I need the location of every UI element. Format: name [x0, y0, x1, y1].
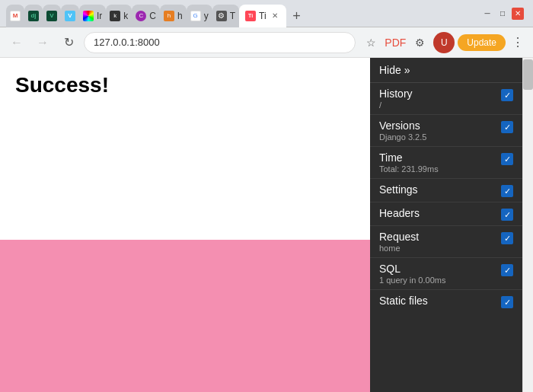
toolbar-icons: ☆ PDF ⚙ U Update ⋮ — [360, 32, 527, 53]
debug-item-headers[interactable]: Headers — [370, 202, 522, 226]
tab-label-c: C — [149, 11, 156, 21]
favicon-dj1: dj — [28, 11, 39, 21]
debug-checkbox-settings[interactable] — [501, 185, 513, 197]
browser-content: Success! Hide » History / Versions Djang… — [0, 58, 533, 392]
debug-label-staticfiles: Static files — [379, 295, 501, 307]
debug-item-staticfiles[interactable]: Static files — [370, 290, 522, 313]
title-bar: M dj V V Ir k k C C h h G y — [0, 0, 533, 27]
address-input[interactable] — [84, 32, 356, 53]
tab-label-h: h — [177, 11, 183, 21]
tab-k[interactable]: k k — [106, 5, 132, 27]
debug-item-staticfiles-content: Static files — [379, 295, 501, 307]
debug-checkbox-request[interactable] — [501, 232, 513, 244]
browser-menu-button[interactable]: ⋮ — [509, 32, 527, 53]
tab-v1[interactable]: V — [43, 5, 61, 27]
debug-sub-versions: Django 3.2.5 — [379, 132, 501, 142]
page-background — [0, 240, 370, 392]
favicon-settings: ⚙ — [216, 11, 227, 21]
debug-checkbox-time[interactable] — [501, 153, 513, 165]
debug-checkbox-versions[interactable] — [501, 121, 513, 133]
debug-sub-request: home — [379, 244, 501, 253]
page-content: Success! — [0, 58, 370, 392]
maximize-button[interactable]: □ — [496, 8, 509, 20]
debug-item-versions-content: Versions Django 3.2.5 — [379, 120, 501, 142]
tab-dj1[interactable]: dj — [24, 5, 43, 27]
debug-checkbox-staticfiles[interactable] — [501, 296, 513, 308]
debug-item-headers-content: Headers — [379, 207, 501, 220]
debug-item-history-content: History / — [379, 88, 501, 110]
forward-button[interactable]: → — [32, 32, 53, 53]
favicon-v2: V — [65, 11, 75, 21]
debug-item-versions[interactable]: Versions Django 3.2.5 — [370, 115, 522, 147]
tab-settings[interactable]: ⚙ T — [212, 5, 239, 27]
tab-label-g: y — [204, 11, 209, 21]
reload-button[interactable]: ↻ — [58, 32, 79, 53]
debug-item-history[interactable]: History / — [370, 83, 522, 115]
back-button[interactable]: ← — [6, 32, 27, 53]
bookmark-icon[interactable]: ☆ — [360, 32, 381, 53]
favicon-k: k — [110, 11, 120, 21]
close-button[interactable]: ✕ — [512, 8, 524, 20]
debug-sub-time: Total: 231.99ms — [379, 164, 501, 174]
window-controls: ─ □ ✕ — [481, 8, 524, 20]
tab-colorful[interactable]: Ir — [79, 5, 106, 27]
address-bar: ← → ↻ ☆ PDF ⚙ U Update ⋮ — [0, 27, 533, 58]
pdf-icon[interactable]: PDF — [385, 32, 406, 53]
debug-label-headers: Headers — [379, 207, 501, 219]
debug-sub-sql: 1 query in 0.00ms — [379, 276, 501, 285]
tab-label-settings: T — [230, 11, 235, 21]
avatar-icon[interactable]: U — [433, 32, 455, 53]
tab-v2[interactable]: V — [61, 5, 79, 27]
debug-label-versions: Versions — [379, 120, 501, 132]
debug-checkbox-history[interactable] — [501, 89, 513, 101]
debug-item-settings-content: Settings — [379, 183, 501, 196]
debug-item-sql[interactable]: SQL 1 query in 0.00ms — [370, 258, 522, 290]
hide-toolbar-button[interactable]: Hide » — [370, 58, 522, 83]
favicon-v1: V — [46, 11, 57, 21]
debug-label-history: History — [379, 88, 501, 100]
favicon-ti: Ti — [245, 11, 256, 21]
debug-checkbox-headers[interactable] — [501, 209, 513, 221]
debug-item-time-content: Time Total: 231.99ms — [379, 151, 501, 174]
tab-h[interactable]: h h — [160, 5, 187, 27]
favicon-colorful — [83, 11, 94, 21]
update-button[interactable]: Update — [458, 34, 506, 51]
favicon-h: h — [164, 11, 174, 21]
debug-label-sql: SQL — [379, 263, 501, 275]
tab-close-icon[interactable]: ✕ — [270, 11, 280, 21]
tabs-row: M dj V V Ir k k C C h h G y — [6, 0, 478, 27]
tab-gmail[interactable]: M — [6, 5, 24, 27]
debug-label-request: Request — [379, 231, 501, 243]
tab-c[interactable]: C C — [132, 5, 160, 27]
debug-label-settings: Settings — [379, 183, 501, 196]
scrollbar-track[interactable] — [522, 58, 533, 392]
debug-toolbar: Hide » History / Versions Django 3.2.5 T… — [370, 58, 522, 392]
debug-sub-history: / — [379, 100, 501, 110]
debug-item-request-content: Request home — [379, 231, 501, 253]
favicon-g: G — [190, 11, 201, 21]
minimize-button[interactable]: ─ — [481, 8, 493, 20]
debug-item-request[interactable]: Request home — [370, 226, 522, 258]
success-heading: Success! — [15, 73, 355, 97]
tab-ti[interactable]: Ti Ti ✕ — [239, 5, 286, 27]
debug-item-sql-content: SQL 1 query in 0.00ms — [379, 263, 501, 285]
tab-g[interactable]: G y — [187, 5, 212, 27]
debug-item-settings[interactable]: Settings — [370, 179, 522, 202]
debug-checkbox-sql[interactable] — [501, 264, 513, 276]
favicon-gmail: M — [10, 11, 21, 21]
new-tab-button[interactable]: + — [286, 6, 308, 27]
tab-label-ti: Ti — [259, 11, 266, 21]
scrollbar-thumb[interactable] — [523, 59, 533, 90]
extensions-icon[interactable]: ⚙ — [409, 32, 430, 53]
tab-label-colorful: Ir — [97, 11, 102, 21]
debug-item-time[interactable]: Time Total: 231.99ms — [370, 147, 522, 179]
debug-label-time: Time — [379, 151, 501, 164]
tab-label-k: k — [123, 11, 128, 21]
favicon-c: C — [136, 11, 146, 21]
